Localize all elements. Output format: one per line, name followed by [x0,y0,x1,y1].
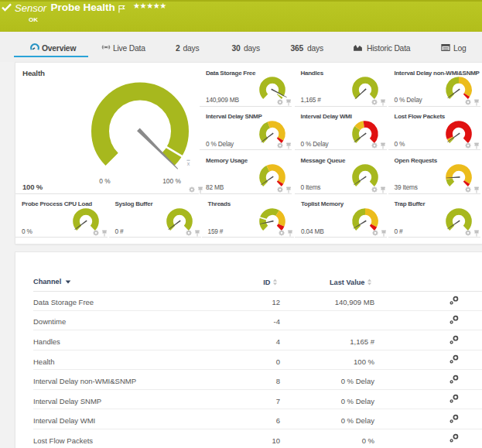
svg-text:x: x [186,161,190,166]
